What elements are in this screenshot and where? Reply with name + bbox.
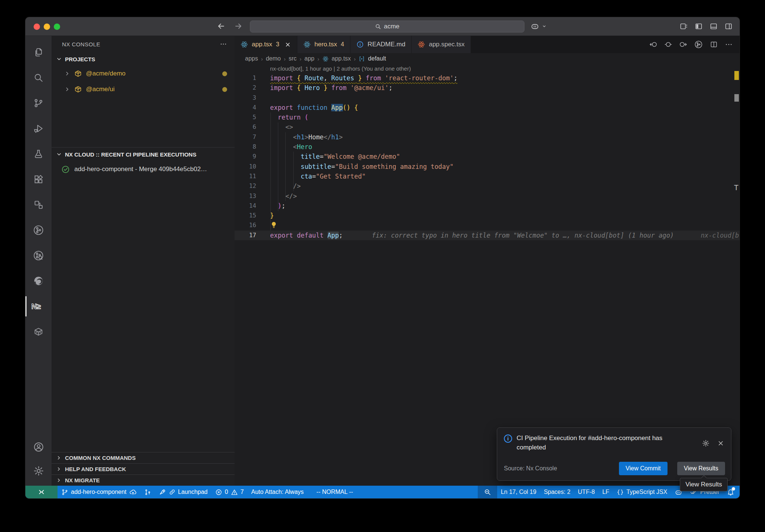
code-line: 7 <h1>Home</h1> (235, 132, 740, 142)
line-number: 11 (235, 171, 256, 181)
line-number: 2 (235, 83, 256, 93)
accounts-button[interactable] (25, 435, 52, 459)
commit-graph-button[interactable] (140, 486, 155, 498)
tab-app-spec-tsx[interactable]: app.spec.tsx (412, 36, 470, 53)
more-actions-icon[interactable] (220, 40, 227, 48)
command-center-search[interactable]: acme (250, 21, 524, 33)
breadcrumb-item[interactable]: src (289, 55, 297, 62)
sidebar-item-nx-console[interactable]: N≥ (25, 294, 52, 319)
line-content: <Hero (256, 142, 740, 152)
tab-app-tsx[interactable]: app.tsx 3 (235, 36, 297, 53)
toggle-primary-sidebar-icon[interactable] (694, 22, 703, 31)
breadcrumb-item[interactable]: app (304, 55, 315, 62)
close-icon[interactable] (285, 41, 291, 48)
vim-mode-status[interactable]: -- NORMAL -- (313, 486, 357, 498)
indentation-status[interactable]: Spaces: 2 (540, 486, 574, 498)
settings-button[interactable] (25, 459, 52, 483)
line-number: 8 (235, 142, 256, 152)
explorer-icon (33, 47, 44, 58)
cloud-upload-icon (129, 488, 137, 496)
zoom-window-button[interactable] (54, 24, 60, 30)
line-content: /> (256, 181, 740, 191)
editor-group: app.tsx 3 hero.tsx 4 README.md app.spec.… (235, 36, 740, 486)
section-help-feedback[interactable]: HELP AND FEEDBACK (52, 463, 235, 474)
toggle-panel-icon[interactable] (709, 22, 718, 31)
tab-readme-md[interactable]: README.md (350, 36, 411, 53)
modified-dot (222, 87, 227, 92)
react-icon (303, 41, 311, 48)
sidebar-item-source-control[interactable] (25, 90, 52, 116)
language-mode-status[interactable]: TypeScript JSX (613, 486, 671, 498)
sidebar-item-extensions[interactable] (25, 167, 52, 192)
close-window-button[interactable] (34, 24, 40, 30)
split-editor-icon[interactable] (710, 40, 718, 49)
tab-hero-tsx[interactable]: hero.tsx 4 (297, 36, 350, 53)
sidebar-item-run-debug[interactable] (25, 116, 52, 141)
chevron-right-icon (64, 71, 70, 77)
copilot-menu[interactable] (530, 22, 547, 31)
indent-guide (285, 132, 286, 201)
sidebar-item-search[interactable] (25, 65, 52, 90)
sidebar-item-explorer[interactable] (25, 40, 52, 65)
encoding-status[interactable]: UTF-8 (574, 486, 598, 498)
project-item-acme-ui[interactable]: @acme/ui (52, 81, 235, 97)
overview-mark (734, 94, 739, 102)
line-content: export default App;fix: correct typo in … (256, 231, 740, 240)
warning-count: 7 (241, 489, 244, 495)
navigate-back-icon[interactable] (217, 22, 226, 31)
toggle-secondary-sidebar-icon[interactable] (724, 22, 733, 31)
section-label: COMMON NX COMMANDS (65, 455, 136, 461)
launchpad-button[interactable]: Launchpad (155, 486, 211, 498)
line-content (256, 220, 740, 230)
sidebar-item-gitlens[interactable] (25, 217, 52, 243)
inline-blame: fix: correct typo in hero title from "We… (372, 232, 674, 239)
previous-change-icon[interactable] (649, 40, 657, 49)
view-commit-button[interactable]: View Commit (619, 462, 668, 475)
breadcrumb-item[interactable]: app.tsx (332, 55, 351, 62)
navigate-forward-icon[interactable] (234, 22, 243, 31)
notification-settings-icon[interactable] (702, 434, 710, 452)
zoom-status[interactable] (478, 486, 497, 498)
pipeline-execution-item[interactable]: add-hero-component - Merge 409b44e5cb02… (52, 161, 235, 177)
current-change-icon[interactable] (664, 40, 672, 49)
section-projects[interactable]: PROJECTS (52, 52, 235, 66)
line-number: 13 (235, 191, 256, 201)
customize-layout-icon[interactable] (679, 22, 688, 31)
breadcrumb-item[interactable]: default (368, 55, 386, 62)
sidebar-title: NX CONSOLE (62, 41, 100, 47)
lightbulb-icon[interactable] (270, 221, 278, 229)
sidebar-item-references[interactable] (25, 192, 52, 217)
view-results-button[interactable]: View Results (677, 462, 725, 475)
breadcrumb-item[interactable]: demo (266, 55, 281, 62)
section-nx-migrate[interactable]: NX MIGRATE (52, 474, 235, 486)
close-icon[interactable] (717, 434, 724, 452)
sidebar-item-containers[interactable] (25, 319, 52, 344)
remote-indicator[interactable] (25, 486, 58, 498)
problems-status[interactable]: 0 7 (211, 486, 248, 498)
vim-mode-label: -- NORMAL -- (316, 489, 353, 495)
sidebar-item-gitlens-inspect[interactable] (25, 243, 52, 268)
line-content: import { Route, Routes } from 'react-rou… (256, 73, 740, 83)
sidebar-item-testing[interactable] (25, 141, 52, 167)
sidebar-item-edge-browser[interactable] (25, 268, 52, 294)
more-actions-icon[interactable] (725, 40, 733, 49)
next-change-icon[interactable] (679, 40, 687, 49)
auto-attach-status[interactable]: Auto Attach: Always (248, 486, 308, 498)
branch-status[interactable]: add-hero-component (58, 486, 140, 498)
code-editor[interactable]: nx-cloud[bot], 1 hour ago | 2 authors (Y… (235, 64, 740, 486)
minimize-window-button[interactable] (44, 24, 50, 30)
run-debug-icon (33, 123, 44, 134)
tab-bar: app.tsx 3 hero.tsx 4 README.md app.spec.… (235, 36, 740, 53)
indent-guide (293, 152, 294, 191)
breadcrumb-item[interactable]: apps (245, 55, 258, 62)
project-item-acme-demo[interactable]: @acme/demo (52, 66, 235, 81)
tab-label: app.tsx (252, 41, 272, 48)
code-line: 16 (235, 220, 740, 230)
eol-status[interactable]: LF (598, 486, 613, 498)
cursor-position-status[interactable]: Ln 17, Col 19 (497, 486, 540, 498)
section-nx-cloud[interactable]: NX CLOUD :: RECENT CI PIPELINE EXECUTION… (52, 148, 235, 161)
chevron-down-icon (56, 56, 62, 62)
gitlens-graph-icon[interactable] (694, 40, 703, 49)
chevron-right-icon (56, 455, 62, 461)
section-common-nx-commands[interactable]: COMMON NX COMMANDS (52, 452, 235, 463)
